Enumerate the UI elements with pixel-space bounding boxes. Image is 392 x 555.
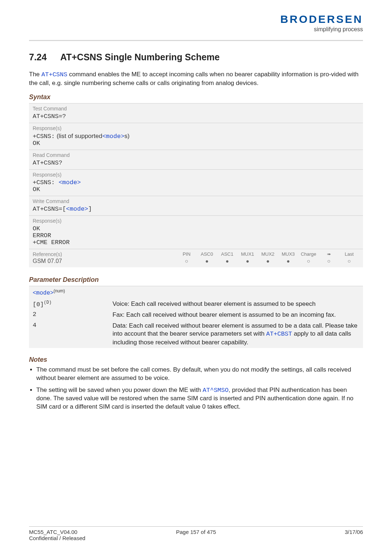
reference-cols: PIN ASC0 ASC1 MUX1 MUX2 MUX3 Charge ➠ La…	[176, 251, 359, 257]
syntax-heading: Syntax	[29, 93, 363, 101]
test-cmd: AT+CSNS=?	[33, 113, 359, 120]
note-1: The command must be set before the call …	[36, 366, 363, 382]
col-mux3: MUX3	[278, 251, 298, 257]
dot-asc0: ●	[197, 258, 217, 264]
footer-conf: Confidential / Released	[29, 535, 140, 541]
read-resp-prefix: +CSNS:	[33, 179, 58, 186]
param-heading: Parameter Description	[29, 276, 363, 284]
dot-arrow: ○	[319, 258, 339, 264]
write-command-block: Write Command AT+CSNS=[<mode>]	[29, 196, 363, 215]
col-arrow-icon: ➠	[319, 251, 339, 257]
test-label: Test Command	[33, 106, 359, 112]
col-charge: Charge	[298, 251, 319, 257]
read-response-block: Response(s) +CSNS: <mode> OK	[29, 169, 363, 196]
param-key-0: [0](D)	[33, 300, 113, 308]
reference-label: Reference(s)	[33, 251, 176, 257]
dot-mux3: ●	[278, 258, 298, 264]
col-asc0: ASC0	[197, 251, 217, 257]
test-resp-mid: (list of supported	[55, 133, 102, 139]
read-resp: +CSNS: <mode>	[33, 179, 359, 186]
footer-doc: MC55_ATC_V04.00	[29, 529, 140, 535]
test-command-block: Test Command AT+CSNS=?	[29, 103, 363, 123]
dot-mux1: ●	[237, 258, 258, 264]
write-cmd: AT+CSNS=[<mode>]	[33, 206, 359, 212]
footer: MC55_ATC_V04.00 Page 157 of 475 3/17/06 …	[29, 523, 363, 541]
col-mux2: MUX2	[258, 251, 278, 257]
write-cmd-br2: ]	[88, 206, 92, 212]
reference-header-row: Reference(s) PIN ASC0 ASC1 MUX1 MUX2 MUX…	[33, 251, 359, 257]
param-key-4: 4	[33, 322, 113, 346]
resp-label-1: Response(s)	[33, 125, 359, 131]
brand-block: BRODERSEN simplifying process	[280, 13, 363, 33]
dot-mux2: ●	[258, 258, 278, 264]
footer-row-1: MC55_ATC_V04.00 Page 157 of 475 3/17/06	[29, 529, 363, 535]
col-pin: PIN	[176, 251, 197, 257]
test-resp-end: s)	[124, 133, 130, 139]
section-heading: 7.24 AT+CSNS Single Numbering Scheme	[29, 52, 363, 62]
ok-2: OK	[33, 186, 359, 193]
section-title: AT+CSNS Single Numbering Scheme	[60, 52, 220, 62]
note-2a: The setting will be saved when you power…	[36, 386, 203, 393]
brand-tagline: simplifying process	[280, 26, 363, 33]
param-val-4: Data: Each call received without bearer …	[113, 322, 359, 346]
reference-value: GSM 07.07	[33, 258, 176, 264]
footer-date: 3/17/06	[252, 529, 363, 535]
write-label: Write Command	[33, 198, 359, 204]
reference-dots: ○ ● ● ● ● ● ○ ○ ○	[176, 258, 359, 264]
intro-text-b: command enables the ME to accept incomin…	[29, 71, 359, 86]
brand-logo: BRODERSEN	[280, 13, 363, 25]
param-key-2: 2	[33, 311, 113, 319]
param-row-0: [0](D) Voice: Each call received without…	[29, 299, 363, 309]
note-2: The setting will be saved when you power…	[36, 386, 363, 412]
mode-param-2[interactable]: <mode>	[58, 179, 81, 186]
intro-paragraph: The AT+CSNS command enables the ME to ac…	[29, 70, 363, 88]
mode-param-1[interactable]: <mode>	[102, 133, 124, 140]
read-label: Read Command	[33, 152, 359, 158]
read-command-block: Read Command AT+CSNS?	[29, 150, 363, 169]
write-response-block: Response(s) OK ERROR +CME ERROR	[29, 215, 363, 249]
col-last: Last	[339, 251, 359, 257]
param-val-2: Fax: Each call received without bearer e…	[113, 311, 359, 319]
notes-heading: Notes	[29, 356, 363, 364]
footer-page: Page 157 of 475	[140, 529, 252, 535]
dot-last: ○	[339, 258, 359, 264]
ok-3: OK	[33, 225, 359, 232]
section-number: 7.24	[29, 52, 58, 62]
footer-row-2: Confidential / Released	[29, 535, 363, 541]
notes-block: The command must be set before the call …	[29, 366, 363, 412]
test-response-block: Response(s) +CSNS: (list of supported<mo…	[29, 123, 363, 150]
dot-charge: ○	[298, 258, 319, 264]
col-mux1: MUX1	[237, 251, 258, 257]
cme-error: +CME ERROR	[33, 239, 359, 246]
ok-1: OK	[33, 140, 359, 147]
header-rule	[29, 40, 363, 41]
dot-asc1: ●	[217, 258, 237, 264]
footer-rule	[29, 526, 363, 527]
error: ERROR	[33, 232, 359, 239]
page: BRODERSEN simplifying process 7.24 AT+CS…	[0, 0, 392, 555]
reference-value-row: GSM 07.07 ○ ● ● ● ● ● ○ ○ ○	[33, 257, 359, 264]
resp-label-3: Response(s)	[33, 218, 359, 224]
resp-label-2: Response(s)	[33, 172, 359, 178]
read-cmd: AT+CSNS?	[33, 159, 359, 166]
col-asc1: ASC1	[217, 251, 237, 257]
param-head-sup: (num)	[54, 288, 65, 293]
smso-link[interactable]: AT^SMSO	[203, 387, 228, 394]
cbst-link[interactable]: AT+CBST	[266, 331, 292, 337]
dot-pin: ○	[176, 258, 197, 264]
cmd-link[interactable]: AT+CSNS	[41, 71, 67, 78]
mode-param-3[interactable]: <mode>	[66, 206, 88, 212]
param-head-mode[interactable]: <mode>	[33, 290, 54, 296]
param-table: <mode>(num) [0](D) Voice: Each call rece…	[29, 286, 363, 348]
param-row-4: 4 Data: Each call received without beare…	[29, 320, 363, 348]
intro-text-a: The	[29, 71, 41, 78]
write-cmd-a: AT+CSNS=	[33, 206, 62, 212]
test-resp-prefix: +CSNS:	[33, 133, 55, 140]
write-cmd-br1: [	[62, 206, 66, 212]
test-resp: +CSNS: (list of supported<mode>s)	[33, 133, 359, 140]
param-header: <mode>(num)	[29, 286, 363, 299]
reference-block: Reference(s) PIN ASC0 ASC1 MUX1 MUX2 MUX…	[29, 249, 363, 267]
param-row-2: 2 Fax: Each call received without bearer…	[29, 309, 363, 320]
param-val-0: Voice: Each call received without bearer…	[113, 300, 359, 308]
